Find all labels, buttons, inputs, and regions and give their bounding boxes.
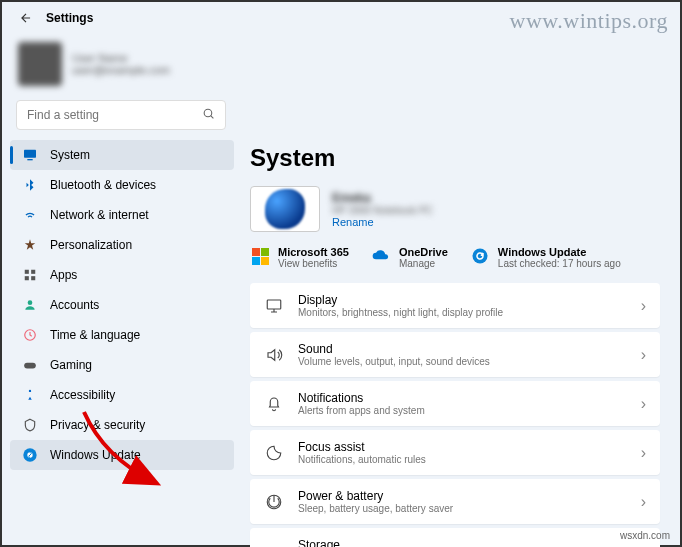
sidebar-item-label: Windows Update: [50, 448, 141, 462]
sidebar-item-gaming[interactable]: Gaming: [10, 350, 234, 380]
sidebar-item-label: Time & language: [50, 328, 140, 342]
device-model: HP 2000 Notebook PC: [332, 205, 433, 216]
main-content: System Emeka HP 2000 Notebook PC Rename …: [242, 136, 680, 547]
chevron-right-icon: ›: [641, 444, 646, 462]
time-icon: [22, 327, 38, 343]
profile-text: User Name user@example.com: [72, 52, 170, 76]
system-icon: [22, 147, 38, 163]
chevron-right-icon: ›: [641, 395, 646, 413]
sidebar-item-label: Privacy & security: [50, 418, 145, 432]
power-icon: [264, 492, 284, 512]
card-power[interactable]: Power & batterySleep, battery usage, bat…: [250, 479, 660, 524]
search-input[interactable]: [27, 108, 215, 122]
update-status-icon: [470, 246, 490, 266]
accessibility-icon: [22, 387, 38, 403]
sidebar-item-time[interactable]: Time & language: [10, 320, 234, 350]
apps-icon: [22, 267, 38, 283]
onedrive-icon: [371, 246, 391, 266]
sidebar: System Bluetooth & devices Network & int…: [2, 136, 242, 547]
sidebar-item-system[interactable]: System: [10, 140, 234, 170]
device-row: Emeka HP 2000 Notebook PC Rename: [250, 186, 660, 232]
chevron-right-icon: ›: [641, 346, 646, 364]
sidebar-item-label: Accounts: [50, 298, 99, 312]
sidebar-item-bluetooth[interactable]: Bluetooth & devices: [10, 170, 234, 200]
sidebar-item-label: Bluetooth & devices: [50, 178, 156, 192]
card-focus-assist[interactable]: Focus assistNotifications, automatic rul…: [250, 430, 660, 475]
sidebar-item-label: Accessibility: [50, 388, 115, 402]
status-windows-update[interactable]: Windows UpdateLast checked: 17 hours ago: [470, 246, 621, 269]
sidebar-item-privacy[interactable]: Privacy & security: [10, 410, 234, 440]
device-name: Emeka: [332, 191, 433, 205]
network-icon: [22, 207, 38, 223]
personalization-icon: [22, 237, 38, 253]
chevron-right-icon: ›: [641, 542, 646, 548]
search-icon: [202, 106, 215, 124]
svg-rect-2: [27, 159, 32, 160]
svg-point-7: [28, 300, 33, 305]
sidebar-item-accessibility[interactable]: Accessibility: [10, 380, 234, 410]
gaming-icon: [22, 357, 38, 373]
svg-rect-13: [267, 300, 281, 309]
rename-link[interactable]: Rename: [332, 216, 433, 228]
card-storage[interactable]: StorageStorage space, drives, configurat…: [250, 528, 660, 547]
sidebar-item-accounts[interactable]: Accounts: [10, 290, 234, 320]
svg-rect-4: [31, 270, 35, 274]
avatar: [18, 42, 62, 86]
svg-rect-9: [24, 363, 36, 369]
window-title: Settings: [46, 11, 93, 25]
watermark-text: www.wintips.org: [510, 8, 668, 34]
storage-icon: [264, 541, 284, 548]
sidebar-item-label: Apps: [50, 268, 77, 282]
accounts-icon: [22, 297, 38, 313]
card-notifications[interactable]: NotificationsAlerts from apps and system…: [250, 381, 660, 426]
focus-assist-icon: [264, 443, 284, 463]
sidebar-item-label: Gaming: [50, 358, 92, 372]
chevron-right-icon: ›: [641, 297, 646, 315]
sidebar-item-apps[interactable]: Apps: [10, 260, 234, 290]
sidebar-item-label: Personalization: [50, 238, 132, 252]
bluetooth-icon: [22, 177, 38, 193]
svg-rect-6: [31, 276, 35, 280]
card-display[interactable]: DisplayMonitors, brightness, night light…: [250, 283, 660, 328]
windows-update-icon: [22, 447, 38, 463]
sidebar-item-personalization[interactable]: Personalization: [10, 230, 234, 260]
sidebar-item-windows-update[interactable]: Windows Update: [10, 440, 234, 470]
svg-rect-3: [25, 270, 29, 274]
sidebar-item-label: Network & internet: [50, 208, 149, 222]
sound-icon: [264, 345, 284, 365]
notifications-icon: [264, 394, 284, 414]
sidebar-item-network[interactable]: Network & internet: [10, 200, 234, 230]
back-button[interactable]: [18, 10, 34, 26]
status-m365[interactable]: Microsoft 365View benefits: [250, 246, 349, 269]
chevron-right-icon: ›: [641, 493, 646, 511]
svg-point-0: [204, 109, 212, 117]
card-sound[interactable]: SoundVolume levels, output, input, sound…: [250, 332, 660, 377]
display-icon: [264, 296, 284, 316]
profile-block[interactable]: User Name user@example.com: [2, 34, 680, 94]
credit-text: wsxdn.com: [620, 530, 670, 541]
status-row: Microsoft 365View benefits OneDriveManag…: [250, 246, 660, 269]
device-image: [250, 186, 320, 232]
svg-rect-5: [25, 276, 29, 280]
search-box[interactable]: [16, 100, 226, 130]
svg-point-12: [472, 249, 487, 264]
microsoft-365-icon: [250, 246, 270, 266]
svg-point-10: [29, 390, 31, 392]
sidebar-item-label: System: [50, 148, 90, 162]
svg-rect-1: [24, 150, 36, 158]
privacy-icon: [22, 417, 38, 433]
page-title: System: [250, 144, 660, 172]
status-onedrive[interactable]: OneDriveManage: [371, 246, 448, 269]
